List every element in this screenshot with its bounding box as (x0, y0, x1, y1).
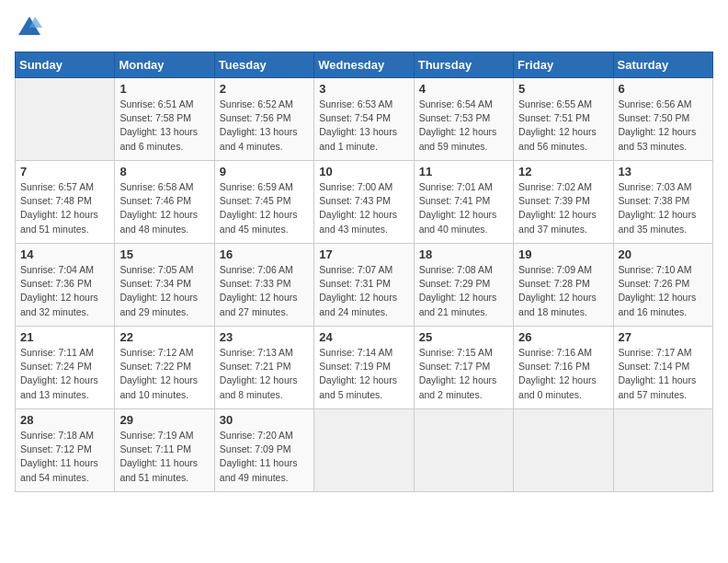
day-number: 22 (119, 330, 209, 344)
calendar-cell: 30Sunrise: 7:20 AM Sunset: 7:09 PM Dayli… (214, 409, 313, 492)
day-info: Sunrise: 7:17 AM Sunset: 7:14 PM Dayligh… (619, 346, 708, 402)
day-number: 6 (619, 82, 708, 96)
day-info: Sunrise: 7:01 AM Sunset: 7:41 PM Dayligh… (419, 180, 508, 236)
day-number: 1 (119, 82, 209, 96)
calendar-cell: 6Sunrise: 6:56 AM Sunset: 7:50 PM Daylig… (613, 78, 712, 161)
calendar-header: SundayMondayTuesdayWednesdayThursdayFrid… (16, 52, 713, 78)
day-info: Sunrise: 6:59 AM Sunset: 7:45 PM Dayligh… (220, 180, 309, 236)
day-info: Sunrise: 7:02 AM Sunset: 7:39 PM Dayligh… (518, 180, 608, 236)
calendar-cell: 16Sunrise: 7:06 AM Sunset: 7:33 PM Dayli… (214, 244, 313, 327)
day-number: 16 (220, 247, 309, 261)
day-number: 28 (20, 413, 109, 427)
day-number: 14 (20, 247, 109, 261)
calendar-cell: 2Sunrise: 6:52 AM Sunset: 7:56 PM Daylig… (214, 78, 313, 161)
calendar-cell: 9Sunrise: 6:59 AM Sunset: 7:45 PM Daylig… (214, 161, 313, 244)
day-number: 11 (419, 165, 508, 178)
calendar-cell: 26Sunrise: 7:16 AM Sunset: 7:16 PM Dayli… (514, 327, 613, 409)
day-header-monday: Monday (115, 52, 214, 78)
calendar-cell: 28Sunrise: 7:18 AM Sunset: 7:12 PM Dayli… (16, 409, 115, 492)
day-info: Sunrise: 6:52 AM Sunset: 7:56 PM Dayligh… (220, 98, 309, 154)
day-info: Sunrise: 7:05 AM Sunset: 7:34 PM Dayligh… (119, 263, 209, 319)
calendar-cell: 29Sunrise: 7:19 AM Sunset: 7:11 PM Dayli… (115, 409, 214, 492)
day-info: Sunrise: 7:09 AM Sunset: 7:28 PM Dayligh… (518, 263, 608, 319)
day-number: 19 (518, 247, 608, 261)
calendar-cell: 7Sunrise: 6:57 AM Sunset: 7:48 PM Daylig… (16, 161, 115, 244)
day-info: Sunrise: 6:54 AM Sunset: 7:53 PM Dayligh… (419, 98, 508, 154)
calendar-cell: 5Sunrise: 6:55 AM Sunset: 7:51 PM Daylig… (514, 78, 613, 161)
day-number: 4 (419, 82, 508, 96)
day-info: Sunrise: 6:58 AM Sunset: 7:46 PM Dayligh… (119, 180, 209, 236)
day-info: Sunrise: 7:14 AM Sunset: 7:19 PM Dayligh… (319, 346, 408, 402)
day-number: 9 (220, 165, 309, 178)
day-info: Sunrise: 7:16 AM Sunset: 7:16 PM Dayligh… (518, 346, 608, 402)
calendar-cell (414, 409, 513, 492)
calendar-cell: 4Sunrise: 6:54 AM Sunset: 7:53 PM Daylig… (414, 78, 513, 161)
calendar-week-4: 28Sunrise: 7:18 AM Sunset: 7:12 PM Dayli… (16, 409, 713, 492)
day-info: Sunrise: 6:56 AM Sunset: 7:50 PM Dayligh… (619, 98, 708, 154)
day-number: 5 (518, 82, 608, 96)
day-number: 3 (319, 82, 408, 96)
logo-text (15, 15, 42, 40)
day-info: Sunrise: 7:08 AM Sunset: 7:29 PM Dayligh… (419, 263, 508, 319)
day-info: Sunrise: 7:19 AM Sunset: 7:11 PM Dayligh… (119, 429, 209, 485)
day-info: Sunrise: 7:12 AM Sunset: 7:22 PM Dayligh… (119, 346, 209, 402)
calendar-cell: 23Sunrise: 7:13 AM Sunset: 7:21 PM Dayli… (214, 327, 313, 409)
day-number: 10 (319, 165, 408, 178)
calendar-cell: 24Sunrise: 7:14 AM Sunset: 7:19 PM Dayli… (314, 327, 414, 409)
day-number: 17 (319, 247, 408, 261)
calendar-cell: 1Sunrise: 6:51 AM Sunset: 7:58 PM Daylig… (115, 78, 214, 161)
day-number: 13 (619, 165, 708, 178)
day-number: 2 (220, 82, 309, 96)
day-info: Sunrise: 7:20 AM Sunset: 7:09 PM Dayligh… (220, 429, 309, 485)
calendar-week-2: 14Sunrise: 7:04 AM Sunset: 7:36 PM Dayli… (16, 244, 713, 327)
day-info: Sunrise: 7:10 AM Sunset: 7:26 PM Dayligh… (619, 263, 708, 319)
calendar-cell (514, 409, 613, 492)
day-header-friday: Friday (514, 52, 613, 78)
calendar-week-3: 21Sunrise: 7:11 AM Sunset: 7:24 PM Dayli… (16, 327, 713, 409)
calendar-cell: 18Sunrise: 7:08 AM Sunset: 7:29 PM Dayli… (414, 244, 513, 327)
day-info: Sunrise: 7:15 AM Sunset: 7:17 PM Dayligh… (419, 346, 508, 402)
day-number: 15 (119, 247, 209, 261)
day-header-sunday: Sunday (16, 52, 115, 78)
calendar-cell: 13Sunrise: 7:03 AM Sunset: 7:38 PM Dayli… (613, 161, 712, 244)
calendar-cell (613, 409, 712, 492)
day-header-thursday: Thursday (414, 52, 513, 78)
day-number: 26 (518, 330, 608, 344)
logo (15, 15, 42, 40)
page-header (15, 15, 713, 40)
day-info: Sunrise: 7:06 AM Sunset: 7:33 PM Dayligh… (220, 263, 309, 319)
calendar-cell: 21Sunrise: 7:11 AM Sunset: 7:24 PM Dayli… (16, 327, 115, 409)
day-info: Sunrise: 7:11 AM Sunset: 7:24 PM Dayligh… (20, 346, 109, 402)
day-number: 7 (20, 165, 109, 178)
day-number: 8 (119, 165, 209, 178)
calendar-table: SundayMondayTuesdayWednesdayThursdayFrid… (15, 52, 713, 492)
calendar-cell: 15Sunrise: 7:05 AM Sunset: 7:34 PM Dayli… (115, 244, 214, 327)
day-info: Sunrise: 7:18 AM Sunset: 7:12 PM Dayligh… (20, 429, 109, 485)
day-header-saturday: Saturday (613, 52, 712, 78)
day-header-wednesday: Wednesday (314, 52, 414, 78)
calendar-cell: 17Sunrise: 7:07 AM Sunset: 7:31 PM Dayli… (314, 244, 414, 327)
calendar-cell (16, 78, 115, 161)
day-info: Sunrise: 6:53 AM Sunset: 7:54 PM Dayligh… (319, 98, 408, 154)
day-number: 29 (119, 413, 209, 427)
day-info: Sunrise: 7:07 AM Sunset: 7:31 PM Dayligh… (319, 263, 408, 319)
day-info: Sunrise: 7:13 AM Sunset: 7:21 PM Dayligh… (220, 346, 309, 402)
calendar-cell: 22Sunrise: 7:12 AM Sunset: 7:22 PM Dayli… (115, 327, 214, 409)
calendar-week-0: 1Sunrise: 6:51 AM Sunset: 7:58 PM Daylig… (16, 78, 713, 161)
day-number: 25 (419, 330, 508, 344)
day-info: Sunrise: 7:04 AM Sunset: 7:36 PM Dayligh… (20, 263, 109, 319)
calendar-cell: 27Sunrise: 7:17 AM Sunset: 7:14 PM Dayli… (613, 327, 712, 409)
calendar-cell: 8Sunrise: 6:58 AM Sunset: 7:46 PM Daylig… (115, 161, 214, 244)
calendar-cell: 20Sunrise: 7:10 AM Sunset: 7:26 PM Dayli… (613, 244, 712, 327)
day-number: 27 (619, 330, 708, 344)
day-header-tuesday: Tuesday (214, 52, 313, 78)
day-number: 18 (419, 247, 508, 261)
calendar-cell: 11Sunrise: 7:01 AM Sunset: 7:41 PM Dayli… (414, 161, 513, 244)
day-number: 20 (619, 247, 708, 261)
calendar-cell: 25Sunrise: 7:15 AM Sunset: 7:17 PM Dayli… (414, 327, 513, 409)
day-number: 30 (220, 413, 309, 427)
day-info: Sunrise: 7:03 AM Sunset: 7:38 PM Dayligh… (619, 180, 708, 236)
day-number: 12 (518, 165, 608, 178)
day-number: 21 (20, 330, 109, 344)
calendar-cell: 19Sunrise: 7:09 AM Sunset: 7:28 PM Dayli… (514, 244, 613, 327)
